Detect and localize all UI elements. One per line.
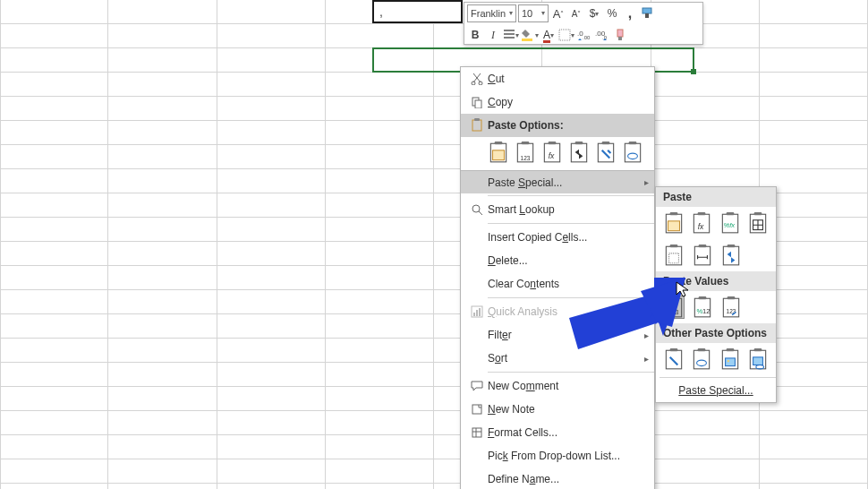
sub-no-borders-icon[interactable]	[663, 244, 685, 267]
cell[interactable]	[0, 97, 108, 121]
increase-font-icon[interactable]: A˄	[550, 4, 566, 22]
cell[interactable]	[0, 24, 108, 48]
cell[interactable]	[0, 290, 108, 314]
sub-linked-picture-icon[interactable]	[748, 347, 770, 371]
cell[interactable]	[326, 266, 434, 290]
cell[interactable]	[108, 0, 217, 24]
cell[interactable]	[0, 314, 108, 339]
cell[interactable]	[217, 363, 326, 387]
sub-paste-formulas-numfmt-icon[interactable]: %fx	[719, 211, 741, 235]
decrease-font-icon[interactable]: A˅	[568, 4, 584, 22]
paste-transpose-icon[interactable]	[568, 140, 590, 165]
cell[interactable]	[651, 97, 760, 121]
cell[interactable]	[217, 24, 326, 48]
cell[interactable]	[326, 459, 434, 484]
cell[interactable]	[108, 411, 217, 435]
cell[interactable]	[217, 411, 326, 435]
paste-link-icon[interactable]	[622, 140, 643, 165]
menu-insert-copied[interactable]: Insert Copied Cells...	[461, 226, 654, 249]
cell[interactable]	[217, 97, 326, 121]
cell[interactable]	[326, 339, 434, 363]
cell[interactable]	[108, 73, 217, 97]
cell[interactable]	[108, 363, 217, 387]
cell[interactable]	[760, 24, 868, 48]
comma-format-icon[interactable]: ,	[622, 4, 638, 22]
edited-cell[interactable]: ,	[372, 0, 463, 23]
cell[interactable]	[760, 0, 868, 24]
cell[interactable]	[217, 242, 326, 266]
font-name-combo[interactable]: Franklin▾	[467, 4, 516, 22]
cell[interactable]	[108, 121, 217, 145]
cell[interactable]	[217, 145, 326, 169]
percent-format-icon[interactable]: %	[604, 4, 620, 22]
menu-define-name[interactable]: Define Name...	[461, 468, 654, 489]
paste-values-icon[interactable]: 123	[515, 140, 536, 165]
sub-values-numfmt-icon[interactable]: %12	[692, 296, 713, 319]
cell[interactable]	[217, 73, 326, 97]
cell[interactable]	[760, 97, 868, 121]
cell[interactable]	[217, 339, 326, 363]
menu-delete[interactable]: Delete...	[461, 249, 654, 272]
cell[interactable]	[326, 169, 434, 193]
sub-formatting-icon[interactable]	[663, 347, 685, 371]
bold-icon[interactable]: B	[467, 26, 483, 44]
cell[interactable]	[326, 363, 434, 387]
cell[interactable]	[108, 169, 217, 193]
cell[interactable]	[217, 121, 326, 145]
cell[interactable]	[217, 484, 326, 489]
menu-new-note[interactable]: New Note	[461, 398, 654, 421]
cell[interactable]	[217, 266, 326, 290]
borders-icon[interactable]: ▾	[558, 26, 574, 44]
cell[interactable]	[108, 242, 217, 266]
cell[interactable]	[651, 459, 760, 484]
cell[interactable]	[760, 411, 868, 435]
cell[interactable]	[651, 411, 760, 435]
font-size-combo[interactable]: 10▾	[518, 4, 549, 22]
cell[interactable]	[217, 290, 326, 314]
cell[interactable]	[0, 48, 108, 73]
sub-picture-icon[interactable]	[719, 347, 741, 371]
cell[interactable]	[108, 339, 217, 363]
clear-format-icon[interactable]	[612, 26, 628, 44]
cell[interactable]	[326, 193, 434, 218]
cell[interactable]	[651, 73, 760, 97]
cell[interactable]	[0, 121, 108, 145]
cell[interactable]	[760, 459, 868, 484]
increase-decimal-icon[interactable]: .0.00	[576, 26, 592, 44]
paste-all-icon[interactable]	[488, 140, 509, 165]
cell[interactable]	[651, 484, 760, 489]
cell[interactable]	[326, 290, 434, 314]
cell[interactable]	[326, 145, 434, 169]
sub-keep-colwidth-icon[interactable]	[692, 244, 713, 267]
cell[interactable]	[108, 387, 217, 411]
cell[interactable]	[0, 411, 108, 435]
sub-transpose-icon[interactable]	[720, 244, 742, 267]
cell[interactable]	[108, 145, 217, 169]
cell[interactable]	[326, 24, 434, 48]
paste-formatting-icon[interactable]	[595, 140, 617, 165]
cell[interactable]	[326, 435, 434, 459]
paste-formulas-icon[interactable]: fx	[541, 140, 563, 165]
cell[interactable]	[108, 290, 217, 314]
cell[interactable]	[760, 48, 868, 73]
cell[interactable]	[651, 145, 760, 169]
menu-cut[interactable]: Cut	[461, 67, 654, 90]
cell[interactable]	[326, 387, 434, 411]
cell[interactable]	[0, 435, 108, 459]
cell[interactable]	[760, 121, 868, 145]
cell[interactable]	[0, 145, 108, 169]
menu-paste-special[interactable]: Paste Special... ▸	[461, 170, 654, 193]
sub-values-srcfmt-icon[interactable]: 123	[720, 296, 742, 319]
cell[interactable]	[326, 121, 434, 145]
cell[interactable]	[326, 242, 434, 266]
cell[interactable]	[0, 193, 108, 218]
menu-smart-lookup[interactable]: Smart Lookup	[461, 198, 654, 221]
cell[interactable]	[217, 387, 326, 411]
cell[interactable]	[651, 121, 760, 145]
cell[interactable]	[108, 266, 217, 290]
cell[interactable]	[760, 435, 868, 459]
format-painter-icon[interactable]	[640, 4, 656, 22]
sub-paste-link-icon[interactable]	[692, 347, 713, 371]
cell[interactable]	[0, 339, 108, 363]
cell[interactable]	[108, 97, 217, 121]
